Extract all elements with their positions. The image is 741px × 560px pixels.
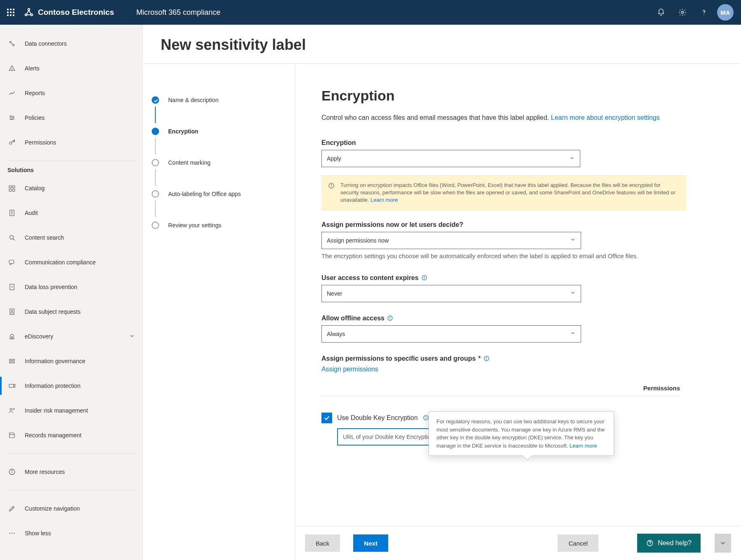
assign-decide-dropdown[interactable]: Assign permissions now [321, 232, 581, 249]
svg-point-58 [650, 544, 650, 545]
dke-tooltip: For regulatory reasons, you can use two … [429, 411, 614, 456]
chevron-down-icon [569, 155, 575, 162]
settings-icon[interactable] [674, 4, 691, 21]
ellipsis-icon [7, 530, 16, 537]
assign-permissions-link[interactable]: Assign permissions [321, 366, 378, 373]
brand[interactable]: Contoso Electronics [24, 7, 114, 17]
need-help-expand-button[interactable] [715, 534, 731, 553]
sidebar-item-alerts[interactable]: Alerts [0, 56, 142, 81]
sidebar-item-audit[interactable]: Audit [0, 201, 142, 225]
expires-dropdown[interactable]: Never [321, 285, 581, 302]
info-icon[interactable] [387, 315, 394, 322]
encryption-warning-banner: Turning on encryption impacts Office fil… [321, 175, 686, 210]
svg-rect-32 [9, 362, 14, 363]
policies-icon [7, 114, 16, 121]
sidebar-item-more-resources[interactable]: More resources [0, 460, 142, 484]
svg-point-44 [331, 184, 331, 185]
sidebar-label: Communication compliance [25, 259, 96, 266]
sidebar-item-insider-risk-management[interactable]: Insider risk management [0, 398, 142, 423]
sidebar-item-records-management[interactable]: Records management [0, 423, 142, 448]
svg-point-1 [25, 14, 27, 16]
svg-line-25 [13, 239, 15, 240]
step-label: Encryption [168, 128, 198, 135]
svg-rect-31 [9, 359, 14, 361]
sidebar-item-information-protection[interactable]: Information protection [0, 373, 142, 398]
chevron-down-icon [129, 333, 135, 340]
suite-name: Microsoft 365 compliance [136, 8, 220, 17]
field-label-offline: Allow offline access [321, 315, 734, 322]
section-description: Control who can access files and email m… [321, 113, 684, 123]
svg-point-13 [13, 117, 14, 118]
wizard-step-review-your-settings[interactable]: Review your settings [147, 210, 295, 241]
svg-rect-18 [9, 189, 11, 191]
irm-icon [7, 407, 16, 414]
step-label: Content marking [168, 159, 211, 166]
sidebar-item-reports[interactable]: Reports [0, 81, 142, 105]
dsr-icon [7, 308, 16, 315]
warning-learn-more-link[interactable]: Learn more [370, 197, 398, 203]
step-label: Auto-labeling for Office apps [168, 191, 241, 197]
sidebar-item-information-governance[interactable]: Information governance [0, 349, 142, 373]
help-icon[interactable] [696, 4, 712, 21]
wizard-steps: Name & descriptionEncryptionContent mark… [143, 64, 295, 560]
svg-point-34 [10, 408, 12, 411]
wizard-step-content-marking[interactable]: Content marking [147, 147, 295, 178]
need-help-button[interactable]: Need help? [637, 534, 701, 553]
wizard-step-encryption[interactable]: Encryption [147, 116, 295, 147]
sidebar-item-catalog[interactable]: Catalog [0, 176, 142, 201]
sidebar-item-communication-compliance[interactable]: Communication compliance [0, 250, 142, 275]
sidebar-item-ediscovery[interactable]: eDiscovery [0, 324, 142, 349]
offline-dropdown[interactable]: Always [321, 325, 581, 343]
tooltip-learn-more-link[interactable]: Learn more [570, 443, 597, 449]
step-bullet-icon [152, 96, 159, 104]
svg-point-3 [682, 12, 684, 14]
sidebar-label: Permissions [25, 139, 56, 146]
step-bullet-icon [152, 128, 159, 135]
infogov-icon [7, 357, 16, 365]
headset-icon [646, 539, 654, 547]
info-icon[interactable] [483, 355, 490, 362]
svg-point-47 [424, 277, 424, 277]
sidebar-item-policies[interactable]: Policies [0, 105, 142, 130]
back-button[interactable]: Back [305, 534, 340, 552]
sidebar-item-content-search[interactable]: Content search [0, 225, 142, 250]
notifications-icon[interactable] [653, 4, 669, 21]
permissions-column: Permissions [631, 385, 680, 396]
sidebar-item-show-less[interactable]: Show less [0, 521, 142, 546]
dropdown-value: Assign permissions now [327, 237, 389, 244]
infoprot-icon [7, 382, 16, 390]
sidebar-label: Audit [25, 210, 38, 216]
svg-rect-19 [13, 189, 15, 191]
app-launcher-icon[interactable] [0, 9, 21, 16]
svg-point-39 [9, 533, 10, 534]
step-label: Review your settings [168, 222, 221, 229]
dke-checkbox[interactable] [321, 413, 332, 423]
step-label: Name & description [168, 97, 218, 103]
sidebar-label: Alerts [25, 65, 40, 72]
main-content: New sensitivity label Name & description… [143, 25, 741, 560]
svg-point-12 [10, 116, 11, 117]
wizard-step-auto-labeling-for-office-apps[interactable]: Auto-labeling for Office apps [147, 178, 295, 210]
svg-point-53 [486, 357, 487, 358]
next-button[interactable]: Next [353, 534, 388, 552]
info-icon[interactable] [421, 275, 428, 281]
sidebar-item-data-connectors[interactable]: Data connectors [0, 31, 142, 56]
encryption-dropdown[interactable]: Apply [321, 150, 580, 167]
sidebar-label: Catalog [25, 185, 45, 191]
records-icon [7, 432, 16, 439]
learn-more-encryption-link[interactable]: Learn more about encryption settings [551, 114, 660, 121]
sidebar-item-data-loss-prevention[interactable]: Data loss prevention [0, 275, 142, 299]
step-bullet-icon [152, 159, 159, 166]
sidebar-item-data-subject-requests[interactable]: Data subject requests [0, 299, 142, 324]
svg-rect-26 [9, 260, 14, 264]
sidebar-item-customize-navigation[interactable]: Customize navigation [0, 496, 142, 521]
svg-point-41 [14, 533, 14, 534]
svg-point-5 [9, 41, 11, 43]
page-title: New sensitivity label [143, 25, 741, 63]
solutions-heading: Solutions [0, 167, 142, 173]
cancel-button[interactable]: Cancel [558, 534, 598, 552]
svg-point-56 [426, 417, 426, 417]
user-avatar[interactable]: MA [717, 4, 734, 21]
wizard-step-name-description[interactable]: Name & description [147, 84, 295, 116]
sidebar-item-permissions[interactable]: Permissions [0, 130, 142, 155]
